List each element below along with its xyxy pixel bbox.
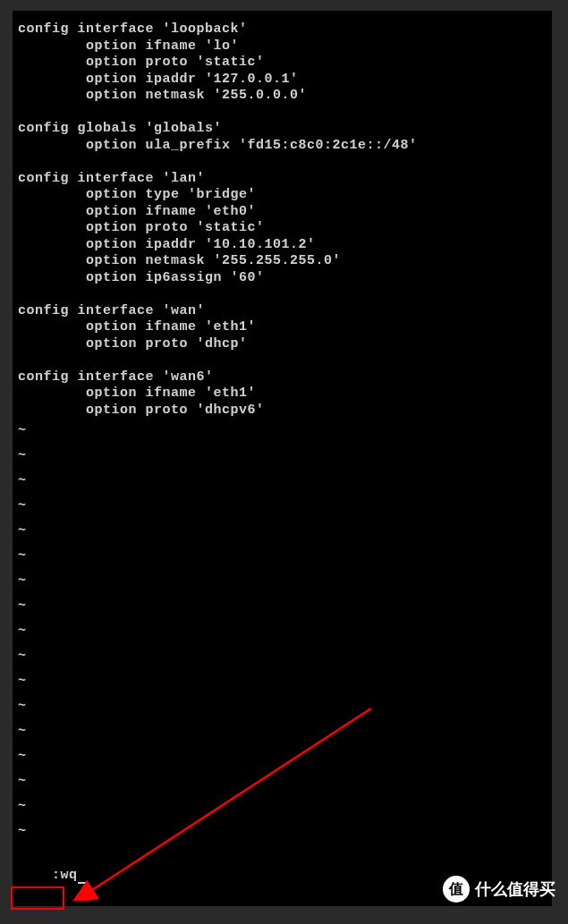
editor-content: config interface 'loopback' option ifnam… — [18, 21, 547, 419]
tilde-line: ~ — [18, 444, 547, 469]
tilde-line: ~ — [18, 544, 547, 569]
tilde-line: ~ — [18, 594, 547, 619]
tilde-line: ~ — [18, 419, 547, 444]
tilde-line: ~ — [18, 644, 547, 669]
tilde-line: ~ — [18, 469, 547, 494]
tilde-line: ~ — [18, 669, 547, 694]
watermark: 值 什么值得买 — [443, 876, 555, 903]
cursor-icon — [78, 882, 86, 884]
terminal-window[interactable]: config interface 'loopback' option ifnam… — [13, 11, 552, 906]
tilde-line: ~ — [18, 694, 547, 719]
tilde-line: ~ — [18, 819, 547, 844]
vim-command-text: :wq — [52, 868, 78, 883]
editor-empty-lines: ~~~~~~~~~~~~~~~~~ — [18, 419, 547, 852]
tilde-line: ~ — [18, 519, 547, 544]
tilde-line: ~ — [18, 744, 547, 769]
tilde-line: ~ — [18, 619, 547, 644]
watermark-text: 什么值得买 — [475, 878, 555, 900]
tilde-line: ~ — [18, 494, 547, 519]
tilde-line: ~ — [18, 794, 547, 819]
watermark-badge-icon: 值 — [443, 876, 470, 903]
tilde-line: ~ — [18, 569, 547, 594]
tilde-line: ~ — [18, 719, 547, 744]
tilde-line: ~ — [18, 769, 547, 794]
